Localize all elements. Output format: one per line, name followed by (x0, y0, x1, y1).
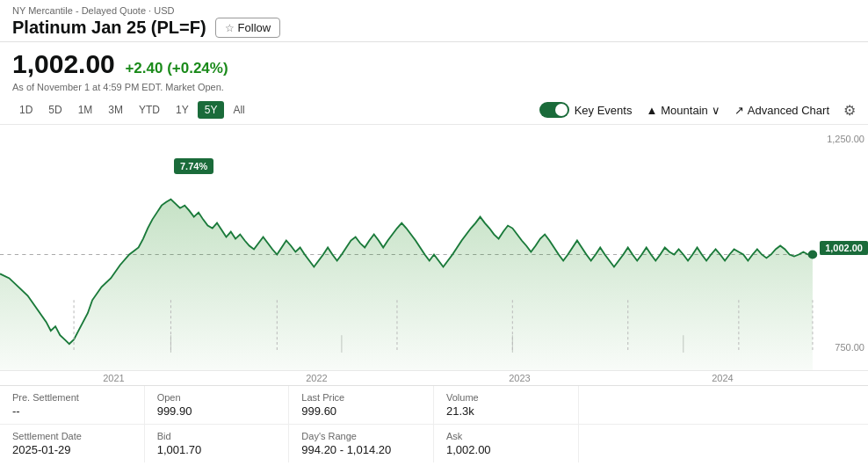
year-2022: 2022 (306, 373, 327, 383)
time-periods: 1D 5D 1M 3M YTD 1Y 5Y All (12, 101, 252, 119)
bid-value: 1,001.70 (157, 443, 277, 456)
advanced-chart-button[interactable]: ↗ Advanced Chart (734, 104, 829, 117)
stat-settlement-date: Settlement Date 2025-01-29 (0, 425, 145, 462)
stat-open: Open 999.90 (145, 386, 290, 424)
y-axis-high: 1,250.00 (827, 134, 864, 144)
star-icon: ☆ (225, 22, 235, 34)
stat-empty4 (723, 425, 868, 462)
stat-empty3 (579, 425, 724, 462)
mountain-icon: ▲ (646, 104, 657, 117)
key-events-label: Key Events (575, 104, 633, 117)
period-5y[interactable]: 5Y (198, 101, 225, 119)
stat-volume: Volume 21.3k (434, 386, 579, 424)
chart-type-label: Mountain (661, 104, 707, 117)
follow-button[interactable]: ☆ Follow (215, 18, 281, 38)
period-1m[interactable]: 1M (71, 101, 100, 119)
period-1d[interactable]: 1D (12, 101, 40, 119)
last-price-value: 999.60 (301, 404, 421, 418)
stat-last-price: Last Price 999.60 (289, 386, 434, 424)
chart-options: Key Events ▲ Mountain ∨ ↗ Advanced Chart… (539, 102, 856, 119)
period-5d[interactable]: 5D (41, 101, 69, 119)
top-bar: NY Mercantile - Delayed Quote · USD Plat… (0, 0, 868, 42)
stat-pre-settlement: Pre. Settlement -- (0, 386, 145, 424)
pre-settlement-label: Pre. Settlement (12, 392, 132, 403)
ask-label: Ask (446, 431, 566, 441)
chart-type-button[interactable]: ▲ Mountain ∨ (646, 104, 720, 117)
price-section: 1,002.00 +2.40 (+0.24%) As of November 1… (0, 42, 868, 96)
volume-value: 21.3k (446, 404, 566, 418)
price-timestamp: As of November 1 at 4:59 PM EDT. Market … (12, 82, 856, 92)
ask-value: 1,002.00 (446, 443, 566, 456)
period-ytd[interactable]: YTD (132, 101, 167, 119)
settlement-date-label: Settlement Date (12, 431, 132, 441)
advanced-chart-icon: ↗ (734, 104, 744, 117)
chevron-down-icon: ∨ (712, 104, 720, 117)
chart-controls: 1D 5D 1M 3M YTD 1Y 5Y All Key Events ▲ M… (0, 96, 868, 125)
price-change: +2.40 (+0.24%) (125, 60, 228, 76)
chart-svg (0, 125, 868, 370)
bid-label: Bid (157, 431, 277, 441)
toggle-knob (555, 104, 568, 116)
period-all[interactable]: All (226, 101, 251, 119)
days-range-value: 994.20 - 1,014.20 (301, 443, 421, 456)
volume-label: Volume (446, 392, 566, 403)
pre-settlement-value: -- (12, 404, 132, 418)
last-price-label: Last Price (301, 392, 421, 403)
chart-wrapper: 1,250.00 750.00 7.74% (0, 125, 868, 371)
y-axis-low: 750.00 (835, 342, 864, 353)
current-price-dot (808, 250, 818, 258)
settings-icon[interactable]: ⚙ (843, 102, 856, 119)
open-label: Open (157, 392, 277, 403)
key-events-toggle[interactable]: Key Events (539, 102, 633, 118)
current-price: 1,002.00 (12, 49, 115, 78)
advanced-chart-label: Advanced Chart (748, 104, 829, 117)
stat-empty1 (579, 386, 724, 424)
year-2023: 2023 (509, 373, 530, 383)
current-price-label: 1,002.00 (820, 241, 868, 255)
settlement-date-value: 2025-01-29 (12, 443, 132, 456)
follow-label: Follow (238, 21, 271, 34)
year-2021: 2021 (103, 373, 124, 383)
days-range-label: Day's Range (301, 431, 421, 441)
stat-ask: Ask 1,002.00 (434, 425, 579, 462)
stat-bid: Bid 1,001.70 (145, 425, 290, 462)
title-row: Platinum Jan 25 (PL=F) ☆ Follow (12, 18, 856, 38)
stat-empty2 (723, 386, 868, 424)
period-3m[interactable]: 3M (101, 101, 130, 119)
key-events-switch[interactable] (539, 102, 569, 118)
year-2024: 2024 (712, 373, 733, 383)
stats-table: Pre. Settlement -- Open 999.90 Last Pric… (0, 385, 868, 462)
ticker-title: Platinum Jan 25 (PL=F) (12, 18, 206, 38)
stat-days-range: Day's Range 994.20 - 1,014.20 (289, 425, 434, 462)
period-1y[interactable]: 1Y (169, 101, 196, 119)
open-value: 999.90 (157, 404, 277, 418)
year-labels: 2021 2022 2023 2024 (0, 371, 868, 385)
exchange-label: NY Mercantile - Delayed Quote · USD (12, 5, 856, 16)
peak-tooltip: 7.74% (174, 158, 213, 174)
